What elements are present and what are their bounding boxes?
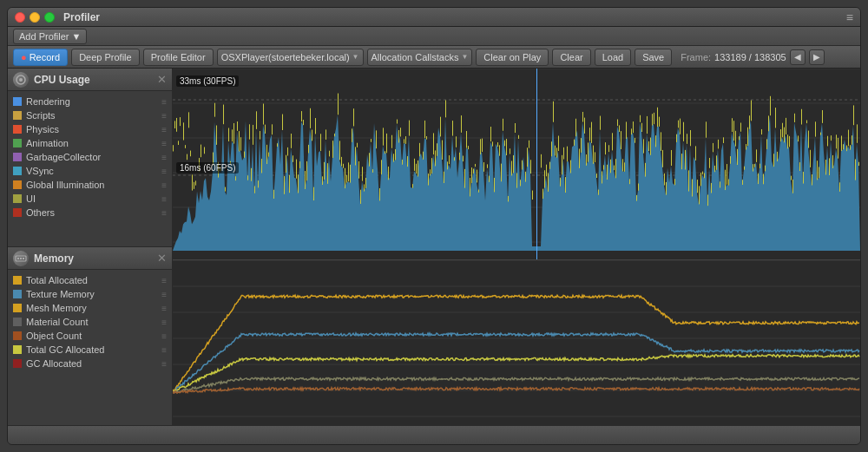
next-icon: ▶: [813, 52, 820, 62]
svg-point-1: [19, 78, 23, 82]
clear-on-play-button[interactable]: Clear on Play: [476, 49, 549, 66]
load-button[interactable]: Load: [595, 49, 631, 66]
next-frame-button[interactable]: ▶: [809, 49, 825, 65]
allocation-label: Allocation Callstacks: [372, 52, 459, 62]
legend-color-swatch: [13, 194, 22, 203]
minimize-button[interactable]: [30, 12, 40, 23]
legend-color-swatch: [13, 276, 22, 285]
drag-handle-icon: ≡: [161, 290, 167, 299]
legend-color-swatch: [13, 125, 22, 134]
legend-item-label: Material Count: [26, 317, 89, 327]
maximize-button[interactable]: [44, 12, 55, 23]
drag-handle-icon: ≡: [161, 125, 167, 134]
memory-icon: [13, 251, 29, 266]
allocation-arrow: ▼: [461, 53, 468, 61]
cpu-legend-item[interactable]: Global Illumination ≡: [13, 178, 167, 192]
deep-profile-label: Deep Profile: [79, 52, 132, 62]
record-button[interactable]: ● Record: [13, 49, 68, 66]
legend-color-swatch: [13, 345, 22, 354]
record-label: Record: [30, 52, 60, 62]
cpu-legend-item[interactable]: VSync ≡: [13, 164, 167, 178]
legend-item-label: VSync: [26, 166, 54, 176]
title-bar: Profiler ≡: [8, 8, 860, 27]
memory-legend-item[interactable]: Material Count ≡: [13, 315, 167, 329]
memory-chart-container[interactable]: [173, 260, 860, 425]
target-arrow: ▼: [352, 53, 359, 61]
menu-icon[interactable]: ≡: [846, 10, 853, 24]
cpu-chart: [173, 69, 860, 259]
drag-handle-icon: ≡: [161, 167, 167, 176]
memory-legend: Total Allocated ≡ Texture Memory ≡ Mesh …: [8, 270, 172, 425]
deep-profile-button[interactable]: Deep Profile: [71, 49, 140, 66]
legend-color-swatch: [13, 290, 22, 298]
clear-label: Clear: [560, 52, 582, 62]
cpu-legend-item[interactable]: UI ≡: [13, 192, 167, 206]
record-icon: ●: [21, 52, 27, 62]
memory-legend-item[interactable]: Total Allocated ≡: [13, 273, 167, 287]
drag-handle-icon: ≡: [161, 318, 167, 327]
traffic-lights: [15, 12, 55, 23]
memory-legend-item[interactable]: Mesh Memory ≡: [13, 301, 167, 315]
legend-item-label: Global Illumination: [26, 180, 105, 190]
drag-handle-icon: ≡: [161, 97, 167, 107]
legend-color-swatch: [13, 318, 22, 326]
drag-handle-icon: ≡: [161, 180, 167, 190]
clear-button[interactable]: Clear: [552, 49, 590, 66]
legend-item-label: Texture Memory: [26, 289, 95, 299]
memory-legend-item[interactable]: Object Count ≡: [13, 329, 167, 343]
memory-panel-header: Memory ✕: [8, 247, 172, 270]
frame-label: Frame:: [681, 52, 711, 62]
drag-handle-icon: ≡: [161, 194, 167, 204]
memory-legend-item[interactable]: Texture Memory ≡: [13, 287, 167, 301]
legend-color-swatch: [13, 111, 22, 120]
legend-color-swatch: [13, 97, 22, 106]
legend-color-swatch: [13, 331, 22, 340]
memory-legend-item[interactable]: GC Allocated ≡: [13, 357, 167, 370]
cpu-legend-item[interactable]: Scripts ≡: [13, 108, 167, 122]
profile-editor-label: Profile Editor: [151, 52, 206, 62]
add-profiler-button[interactable]: Add Profiler ▼: [13, 29, 87, 44]
profile-editor-button[interactable]: Profile Editor: [143, 49, 214, 66]
drag-handle-icon: ≡: [161, 345, 167, 355]
save-button[interactable]: Save: [635, 49, 672, 66]
allocation-dropdown[interactable]: Allocation Callstacks ▼: [367, 49, 473, 66]
prev-frame-button[interactable]: ◀: [790, 49, 806, 65]
main-content: CPU Usage ✕ Rendering ≡ Scripts ≡ Physic…: [8, 69, 860, 425]
cpu-legend-item[interactable]: Animation ≡: [13, 136, 167, 150]
target-label: OSXPlayer(stoertebeker.local): [221, 52, 350, 62]
cpu-icon: [13, 72, 29, 88]
drag-handle-icon: ≡: [161, 276, 167, 285]
legend-color-swatch: [13, 304, 22, 312]
memory-panel-title: Memory: [34, 252, 74, 265]
cpu-legend-item[interactable]: GarbageCollector ≡: [13, 150, 167, 164]
legend-item-label: Physics: [26, 124, 59, 134]
cpu-panel-close[interactable]: ✕: [157, 73, 167, 86]
legend-color-swatch: [13, 180, 22, 189]
frame-value: 133189 / 138305: [714, 52, 786, 62]
legend-color-swatch: [13, 167, 22, 175]
legend-item-label: Object Count: [26, 331, 82, 341]
cpu-panel-title: CPU Usage: [34, 74, 90, 86]
legend-item-label: UI: [26, 193, 36, 204]
sidebar: CPU Usage ✕ Rendering ≡ Scripts ≡ Physic…: [8, 69, 173, 425]
window-title: Profiler: [63, 11, 100, 23]
drag-handle-icon: ≡: [161, 208, 167, 218]
status-bar: [8, 425, 860, 444]
svg-rect-5: [23, 258, 24, 259]
memory-legend-item[interactable]: Total GC Allocated ≡: [13, 343, 167, 357]
cpu-legend-item[interactable]: Others ≡: [13, 206, 167, 219]
legend-color-swatch: [13, 359, 22, 368]
legend-color-swatch: [13, 153, 22, 161]
cpu-legend-item[interactable]: Physics ≡: [13, 122, 167, 136]
cpu-chart-container[interactable]: 33ms (30FPS) 16ms (60FPS): [173, 69, 860, 259]
cpu-legend-item[interactable]: Rendering ≡: [13, 95, 167, 108]
drag-handle-icon: ≡: [161, 153, 167, 162]
drag-handle-icon: ≡: [161, 331, 167, 341]
memory-chart: [173, 260, 860, 425]
memory-panel-close[interactable]: ✕: [157, 252, 167, 265]
charts-area: 33ms (30FPS) 16ms (60FPS): [173, 69, 860, 425]
add-profiler-arrow: ▼: [71, 31, 81, 42]
add-profiler-label: Add Profiler: [19, 31, 69, 42]
target-dropdown[interactable]: OSXPlayer(stoertebeker.local) ▼: [217, 49, 364, 66]
close-button[interactable]: [15, 12, 25, 23]
